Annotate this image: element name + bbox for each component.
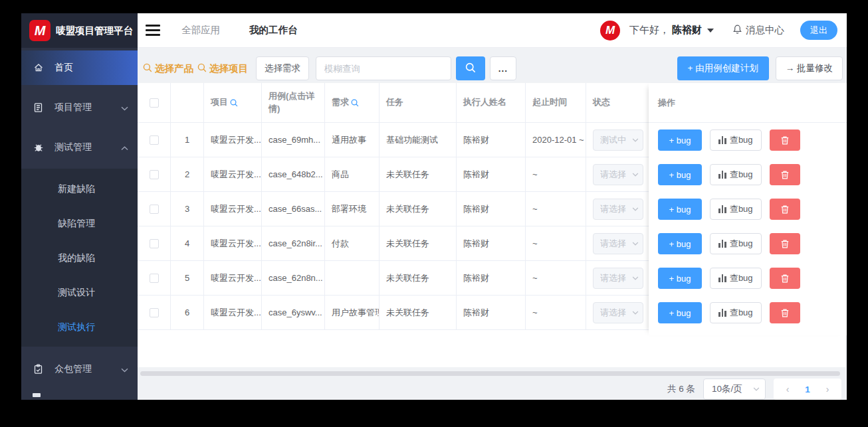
- delete-button[interactable]: [770, 199, 800, 220]
- status-select[interactable]: 请选择: [593, 302, 643, 323]
- view-bug-button[interactable]: 查bug: [710, 233, 762, 254]
- view-bug-button[interactable]: 查bug: [710, 199, 762, 220]
- add-bug-button[interactable]: + bug: [658, 268, 702, 289]
- clipped-icon: [33, 393, 41, 397]
- sidebar-item-testing[interactable]: 测试管理: [21, 130, 138, 165]
- nav-my-workspace[interactable]: 我的工作台: [249, 24, 298, 37]
- avatar[interactable]: M: [600, 21, 620, 41]
- view-bug-button[interactable]: 查bug: [710, 129, 762, 151]
- row-case-link[interactable]: case_648b2...: [262, 157, 325, 191]
- sidebar-item-projects[interactable]: 项目管理: [21, 90, 138, 125]
- column-search-icon[interactable]: [230, 99, 238, 107]
- row-task: 未关联任务: [380, 261, 457, 295]
- sidebar-item-test-design[interactable]: 测试设计: [21, 275, 138, 309]
- row-executor: 陈裕财: [457, 192, 526, 226]
- search-button[interactable]: [456, 56, 485, 80]
- row-checkbox[interactable]: [150, 308, 159, 317]
- row-executor: 陈裕财: [457, 226, 526, 260]
- app-logo: M 唛盟项目管理平台: [21, 13, 138, 48]
- sidebar: M 唛盟项目管理平台 首页 项目管理: [21, 13, 138, 400]
- chevron-down-icon: [632, 207, 639, 211]
- horizontal-scrollbar[interactable]: [140, 371, 840, 376]
- logout-button[interactable]: 退出: [800, 21, 837, 40]
- current-page[interactable]: 1: [798, 384, 817, 394]
- bar-chart-icon: [718, 274, 726, 282]
- nav-all-apps[interactable]: 全部应用: [181, 24, 220, 37]
- sidebar-item-new-defect[interactable]: 新建缺陷: [21, 171, 138, 206]
- column-search-icon[interactable]: [351, 99, 359, 107]
- logo-icon: M: [29, 20, 51, 41]
- actions-row: + bug 查bug: [649, 192, 847, 226]
- row-case-link[interactable]: case_62n8ir...: [262, 226, 325, 260]
- message-center[interactable]: 消息中心: [732, 24, 784, 37]
- row-checkbox[interactable]: [150, 170, 159, 179]
- view-bug-button[interactable]: 查bug: [710, 164, 762, 185]
- fuzzy-search-input[interactable]: [316, 56, 451, 80]
- next-page-button[interactable]: ›: [817, 384, 837, 394]
- status-select[interactable]: 请选择: [593, 268, 643, 289]
- delete-button[interactable]: [770, 129, 800, 151]
- row-case-link[interactable]: case_66sas...: [262, 192, 325, 226]
- select-requirement-button[interactable]: 选择需求: [256, 56, 309, 80]
- sidebar-item-my-defects[interactable]: 我的缺陷: [21, 240, 138, 275]
- bar-chart-icon: [718, 136, 726, 144]
- hamburger-menu-icon[interactable]: [146, 25, 160, 36]
- delete-button[interactable]: [770, 164, 800, 185]
- trash-icon: [780, 205, 790, 214]
- add-bug-button[interactable]: + bug: [658, 233, 702, 254]
- batch-edit-button[interactable]: → 批量修改: [776, 56, 843, 80]
- chevron-down-icon: [632, 276, 639, 280]
- add-bug-button[interactable]: + bug: [658, 164, 702, 185]
- app-title: 唛盟项目管理平台: [56, 25, 133, 37]
- status-select[interactable]: 请选择: [593, 199, 643, 220]
- status-select[interactable]: 测试中: [593, 129, 643, 151]
- row-checkbox[interactable]: [150, 135, 159, 145]
- row-checkbox[interactable]: [150, 274, 159, 283]
- greeting-text: 下午好，: [629, 24, 669, 37]
- create-plan-button[interactable]: + 由用例创建计划: [677, 56, 769, 80]
- top-header: 全部应用 我的工作台 M 下午好，陈裕财 消息中心 退出: [138, 13, 847, 48]
- row-requirement: [325, 261, 380, 295]
- delete-button[interactable]: [770, 302, 800, 323]
- row-case-link[interactable]: case_69mh...: [262, 123, 325, 157]
- row-case-link[interactable]: case_62n8n...: [262, 261, 325, 295]
- status-select[interactable]: 请选择: [593, 164, 643, 185]
- sidebar-item-crowdsourcing[interactable]: 众包管理: [21, 352, 138, 386]
- select-all-checkbox[interactable]: [150, 98, 159, 108]
- row-index: 2: [171, 157, 204, 191]
- row-project: 唛盟云开发...: [204, 192, 262, 226]
- row-checkbox[interactable]: [150, 205, 159, 214]
- row-task: 未关联任务: [380, 296, 457, 329]
- row-dates: ~: [526, 261, 586, 295]
- row-checkbox[interactable]: [150, 239, 159, 248]
- sidebar-item-home[interactable]: 首页: [21, 50, 138, 85]
- more-filters-button[interactable]: ...: [490, 56, 516, 80]
- username: 陈裕财: [672, 24, 702, 37]
- filter-toolbar: 选择产品 选择项目 选择需求 ... + 由用例创建计划 → 批量修改: [138, 56, 843, 80]
- add-bug-button[interactable]: + bug: [658, 302, 702, 323]
- trash-icon: [780, 170, 790, 180]
- sidebar-item-label: 首页: [54, 62, 128, 74]
- project-column-header: 项目: [204, 83, 262, 122]
- index-column-header: [171, 83, 204, 122]
- clipboard-icon: [33, 364, 44, 375]
- sidebar-item-clipped[interactable]: [21, 393, 138, 400]
- select-project-link[interactable]: 选择项目: [197, 62, 248, 75]
- prev-page-button[interactable]: ‹: [778, 384, 798, 394]
- document-icon: [33, 102, 44, 114]
- row-dates: ~: [526, 192, 586, 226]
- row-case-link[interactable]: case_6yswv...: [262, 296, 325, 329]
- sidebar-item-defect-mgmt[interactable]: 缺陷管理: [21, 206, 138, 240]
- page-size-select[interactable]: 10条/页: [703, 379, 766, 400]
- add-bug-button[interactable]: + bug: [658, 199, 702, 220]
- view-bug-button[interactable]: 查bug: [710, 302, 762, 323]
- user-menu[interactable]: 下午好，陈裕财: [629, 24, 714, 37]
- row-dates: ~: [526, 296, 586, 329]
- status-select[interactable]: 请选择: [593, 233, 643, 254]
- add-bug-button[interactable]: + bug: [658, 129, 702, 151]
- sidebar-item-test-execution[interactable]: 测试执行: [21, 309, 138, 344]
- delete-button[interactable]: [770, 268, 800, 289]
- select-product-link[interactable]: 选择产品: [143, 62, 193, 75]
- view-bug-button[interactable]: 查bug: [710, 268, 762, 289]
- delete-button[interactable]: [770, 233, 800, 254]
